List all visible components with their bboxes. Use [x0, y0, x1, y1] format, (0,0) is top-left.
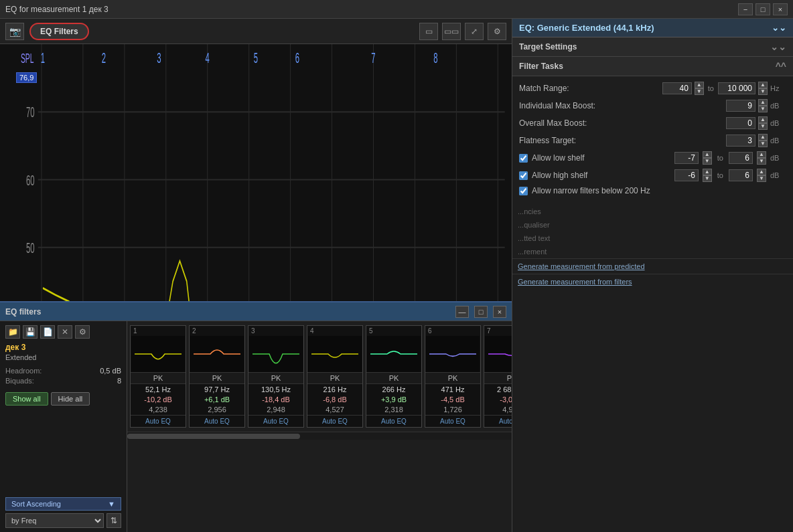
filter-freq-2: 97,7 Hz	[204, 384, 230, 395]
filter-slot-4[interactable]: 4PK216 Hz-6,8 dB4,527Auto EQ	[307, 325, 363, 428]
generate-predicted-label[interactable]: Generate measurement from predicted	[518, 262, 645, 270]
low-shelf-down[interactable]: ▼	[703, 158, 712, 165]
camera-button[interactable]: 📷	[5, 23, 24, 40]
filter-gain-6: -4,5 dB	[441, 395, 464, 404]
svg-text:3: 3	[157, 50, 161, 66]
filter-auto-2[interactable]: Auto EQ	[190, 415, 244, 427]
match-range-down2[interactable]: ▼	[758, 88, 768, 95]
title-bar: EQ for measurement 1 дек 3 − □ ×	[0, 0, 793, 19]
filter-number-4: 4	[307, 326, 314, 336]
eq-filters-button[interactable]: EQ Filters	[29, 23, 89, 40]
target-settings-label: Target Settings	[519, 42, 577, 52]
delete-icon-button[interactable]: ✕	[58, 325, 72, 339]
target-settings-header[interactable]: Target Settings ⌄⌄	[512, 37, 793, 57]
settings-button[interactable]: ⚙	[488, 23, 506, 40]
overall-boost-down[interactable]: ▼	[758, 123, 768, 130]
high-shelf-up2[interactable]: ▲	[757, 169, 766, 175]
filter-q-2: 2,956	[208, 404, 226, 415]
biquads-value: 8	[117, 377, 121, 385]
match-range-value2[interactable]	[718, 82, 755, 94]
high-shelf-spinners2: ▲ ▼	[757, 169, 766, 182]
sort-by-select[interactable]: by Freq by Gain by Q	[5, 513, 104, 528]
allow-narrow-checkbox[interactable]	[519, 187, 528, 195]
allow-low-shelf-checkbox[interactable]	[519, 154, 528, 163]
maximize-button[interactable]: □	[755, 3, 770, 15]
filter-tasks-header[interactable]: Filter Tasks ^^	[512, 57, 793, 76]
filter-number-7: 7	[484, 326, 491, 336]
flatness-target-value[interactable]	[726, 135, 755, 147]
filter-slot-2[interactable]: 2PK97,7 Hz+6,1 dB2,956Auto EQ	[189, 325, 245, 428]
match-range-down[interactable]: ▼	[695, 88, 704, 95]
filters-scrollbar[interactable]	[127, 432, 512, 440]
high-shelf-down2[interactable]: ▼	[757, 175, 766, 182]
individual-boost-spinners: ▲ ▼	[758, 99, 768, 112]
filter-auto-7[interactable]: Auto EQ	[484, 415, 512, 427]
generate-filters-label[interactable]: Generate measurement from filters	[518, 278, 632, 286]
allow-high-shelf-checkbox[interactable]	[519, 171, 528, 180]
eq-sidebar: 📁 💾 📄 ✕ ⚙ дек 3 Extended Headroom: 0,5 d…	[0, 321, 127, 532]
match-range-up2[interactable]: ▲	[758, 82, 768, 88]
filter-tasks-chevron: ^^	[776, 61, 786, 72]
show-all-button[interactable]: Show all	[5, 392, 48, 406]
settings-icon-button[interactable]: ⚙	[75, 325, 90, 339]
low-shelf-down2[interactable]: ▼	[757, 158, 766, 165]
high-shelf-down[interactable]: ▼	[703, 175, 712, 182]
filter-auto-3[interactable]: Auto EQ	[248, 415, 303, 427]
right-panel: EQ: Generic Extended (44,1 kHz) ⌄⌄ Targe…	[512, 19, 793, 532]
filter-curve-3	[249, 336, 303, 372]
minimize-button[interactable]: −	[738, 3, 753, 15]
individual-boost-down[interactable]: ▼	[758, 106, 768, 112]
save-icon-button[interactable]: 💾	[23, 325, 38, 339]
allow-high-shelf-value2[interactable]	[729, 169, 753, 181]
filter-curve-2	[190, 336, 244, 372]
layout-2-button[interactable]: ▭▭	[442, 23, 461, 40]
filter-slot-3[interactable]: 3PK130,5 Hz-18,4 dB2,948Auto EQ	[248, 325, 304, 428]
flatness-down[interactable]: ▼	[758, 141, 768, 147]
allow-low-shelf-value1[interactable]	[674, 152, 699, 164]
filter-type-6: PK	[425, 372, 480, 384]
high-shelf-up[interactable]: ▲	[703, 169, 712, 175]
individual-max-boost-value[interactable]	[726, 100, 755, 112]
generate-predicted-row[interactable]: Generate measurement from predicted	[512, 258, 793, 274]
allow-high-shelf-value1[interactable]	[674, 169, 699, 181]
filter-q-1: 4,238	[149, 404, 167, 415]
eq-filters-grid: 1PK52,1 Hz-10,2 dB4,238Auto EQ2PK97,7 Hz…	[127, 321, 512, 532]
match-range-value1[interactable]	[662, 82, 692, 94]
generate-filters-row[interactable]: Generate measurement from filters	[512, 274, 793, 289]
window-controls: − □ ×	[738, 3, 788, 15]
filter-slot-1[interactable]: 1PK52,1 Hz-10,2 dB4,238Auto EQ	[130, 325, 186, 428]
filter-type-2: PK	[190, 372, 244, 384]
scrollbar-thumb[interactable]	[127, 434, 300, 439]
right-panel-rement: ...rement	[512, 245, 793, 258]
sort-ascending-button[interactable]: Sort Ascending ▼	[5, 497, 121, 511]
filter-slot-6[interactable]: 6PK471 Hz-4,5 dB1,726Auto EQ	[425, 325, 481, 428]
folder-icon-button[interactable]: 📁	[5, 325, 20, 339]
filter-auto-5[interactable]: Auto EQ	[366, 415, 421, 427]
layout-1-button[interactable]: ▭	[419, 23, 438, 40]
hide-all-button[interactable]: Hide all	[51, 392, 90, 406]
filter-slot-7[interactable]: 7PK2 682 Hz-3,0 dB4,948Auto EQ	[484, 325, 512, 428]
low-shelf-up[interactable]: ▲	[703, 151, 712, 158]
eq-filters-maximize-button[interactable]: □	[474, 306, 488, 318]
filter-auto-1[interactable]: Auto EQ	[131, 415, 186, 427]
overall-boost-spinners: ▲ ▼	[758, 116, 768, 130]
low-shelf-up2[interactable]: ▲	[757, 151, 766, 158]
overall-max-boost-value[interactable]	[726, 117, 755, 129]
filter-auto-6[interactable]: Auto EQ	[425, 415, 480, 427]
expand-button[interactable]: ⤢	[465, 23, 484, 40]
filter-slot-5[interactable]: 5PK266 Hz+3,9 dB2,318Auto EQ	[366, 325, 422, 428]
eq-filters-minimize-button[interactable]: —	[455, 306, 469, 318]
new-icon-button[interactable]: 📄	[40, 325, 55, 339]
eq-filters-close-button[interactable]: ×	[493, 306, 506, 318]
flatness-up[interactable]: ▲	[758, 134, 768, 141]
match-range-up[interactable]: ▲	[695, 82, 704, 88]
filter-number-1: 1	[131, 326, 137, 336]
svg-text:50: 50	[26, 240, 35, 256]
overall-boost-up[interactable]: ▲	[758, 116, 768, 123]
filter-auto-4[interactable]: Auto EQ	[307, 415, 362, 427]
individual-boost-up[interactable]: ▲	[758, 99, 768, 106]
close-button[interactable]: ×	[773, 3, 788, 15]
filter-curve-4	[308, 336, 362, 372]
allow-low-shelf-value2[interactable]	[729, 152, 753, 164]
sort-direction-button[interactable]: ⇅	[106, 513, 121, 528]
